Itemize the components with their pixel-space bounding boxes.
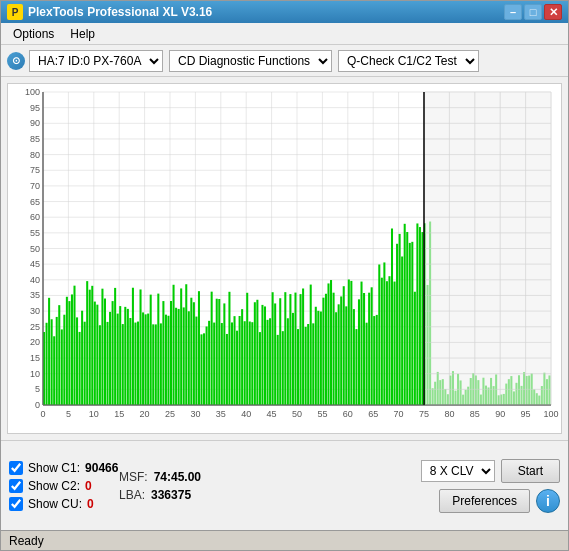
- app-icon: P: [7, 4, 23, 20]
- c2-label: Show C2:: [28, 479, 80, 493]
- preferences-button[interactable]: Preferences: [439, 489, 530, 513]
- show-cu-checkbox[interactable]: [9, 497, 23, 511]
- c1-row: Show C1: 90466: [9, 461, 119, 475]
- pref-info-row: Preferences i: [439, 489, 560, 513]
- close-button[interactable]: ✕: [544, 4, 562, 20]
- show-c1-checkbox[interactable]: [9, 461, 23, 475]
- status-row: Show C1: 90466 Show C2: 0 Show CU: 0 MSF…: [9, 459, 560, 513]
- start-button[interactable]: Start: [501, 459, 560, 483]
- main-window: P PlexTools Professional XL V3.16 – □ ✕ …: [0, 0, 569, 551]
- chart-canvas: [8, 84, 561, 433]
- cu-value: 0: [87, 497, 94, 511]
- toolbar: ⊙ HA:7 ID:0 PX-760A CD Diagnostic Functi…: [1, 45, 568, 77]
- show-c2-checkbox[interactable]: [9, 479, 23, 493]
- restore-button[interactable]: □: [524, 4, 542, 20]
- lba-label: LBA:: [119, 488, 145, 502]
- title-bar: P PlexTools Professional XL V3.16 – □ ✕: [1, 1, 568, 23]
- lba-value: 336375: [151, 488, 191, 502]
- drive-dropdown[interactable]: HA:7 ID:0 PX-760A: [29, 50, 163, 72]
- msf-value: 74:45.00: [154, 470, 201, 484]
- menu-options[interactable]: Options: [5, 25, 62, 43]
- info-button[interactable]: i: [536, 489, 560, 513]
- ready-text: Ready: [9, 534, 44, 548]
- drive-icon: ⊙: [7, 52, 25, 70]
- c2-row: Show C2: 0: [9, 479, 119, 493]
- window-title: PlexTools Professional XL V3.16: [28, 5, 504, 19]
- cu-row: Show CU: 0: [9, 497, 119, 511]
- msf-row: MSF: 74:45.00: [119, 470, 249, 484]
- c1-value: 90466: [85, 461, 118, 475]
- right-controls: 8 X CLV Start Preferences i: [421, 459, 560, 513]
- menu-help[interactable]: Help: [62, 25, 103, 43]
- minimize-button[interactable]: –: [504, 4, 522, 20]
- lba-row: LBA: 336375: [119, 488, 249, 502]
- status-bar: Show C1: 90466 Show C2: 0 Show CU: 0 MSF…: [1, 440, 568, 530]
- cu-label: Show CU:: [28, 497, 82, 511]
- window-controls: – □ ✕: [504, 4, 562, 20]
- chart-area: [7, 83, 562, 434]
- test-dropdown[interactable]: Q-Check C1/C2 Test: [338, 50, 479, 72]
- msf-lba-group: MSF: 74:45.00 LBA: 336375: [119, 470, 249, 502]
- ready-bar: Ready: [1, 530, 568, 550]
- checkbox-group: Show C1: 90466 Show C2: 0 Show CU: 0: [9, 461, 119, 511]
- c2-value: 0: [85, 479, 92, 493]
- drive-selector: ⊙ HA:7 ID:0 PX-760A: [7, 50, 163, 72]
- c1-label: Show C1:: [28, 461, 80, 475]
- speed-dropdown[interactable]: 8 X CLV: [421, 460, 495, 482]
- function-dropdown[interactable]: CD Diagnostic Functions: [169, 50, 332, 72]
- msf-label: MSF:: [119, 470, 148, 484]
- menu-bar: Options Help: [1, 23, 568, 45]
- speed-start-row: 8 X CLV Start: [421, 459, 560, 483]
